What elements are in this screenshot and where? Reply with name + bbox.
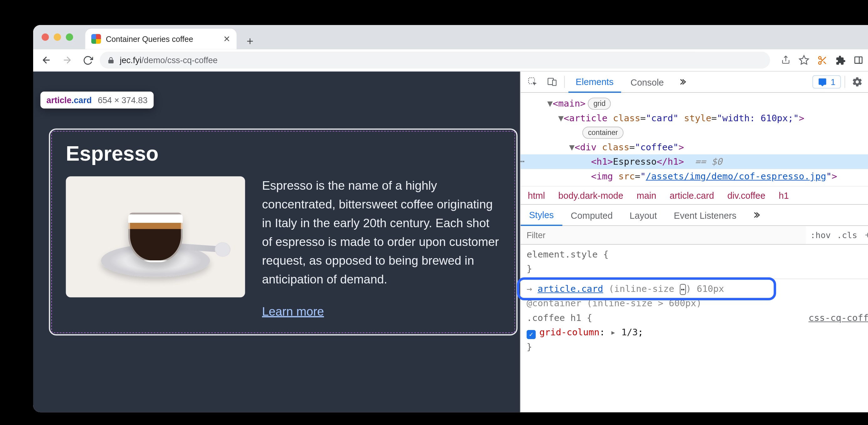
- crumb-body[interactable]: body.dark-mode: [558, 190, 623, 201]
- minimize-window-icon[interactable]: [54, 33, 61, 41]
- tab-strip: Container Queries coffee ✕ ＋: [33, 25, 868, 49]
- hov-toggle[interactable]: :hov: [810, 230, 831, 240]
- styles-filter-row: :hov .cls ＋: [521, 226, 868, 245]
- back-button[interactable]: [38, 52, 55, 68]
- svg-point-4: [818, 56, 821, 59]
- at-container-rule[interactable]: @container (inline-size > 600px): [527, 296, 868, 310]
- learn-more-link[interactable]: Learn more: [262, 305, 324, 319]
- dom-node-div[interactable]: ▼<div class="coffee">: [521, 140, 868, 154]
- rule-inline[interactable]: element.style {: [527, 247, 868, 262]
- resize-icon: ↔: [680, 284, 686, 295]
- inspector-tooltip: article.card 654 × 374.83: [40, 92, 154, 108]
- more-tabs-icon[interactable]: [674, 73, 690, 90]
- card-heading: Espresso: [66, 142, 501, 166]
- new-rule-icon[interactable]: ＋: [863, 230, 868, 241]
- tab-elements[interactable]: Elements: [568, 71, 621, 93]
- svg-line-7: [823, 61, 826, 64]
- share-icon[interactable]: [777, 52, 794, 68]
- dom-node-img[interactable]: <img src="/assets/img/demo/cof-espresso.…: [521, 169, 868, 184]
- page-viewport[interactable]: article.card 654 × 374.83 Espresso Espre…: [33, 71, 520, 412]
- rule-selector[interactable]: .coffee h1 {css-cq-coffee:45: [527, 310, 868, 325]
- close-tab-icon[interactable]: ✕: [223, 35, 230, 43]
- dom-node-article[interactable]: ▼<article class="card" style="width: 610…: [521, 111, 868, 125]
- svg-marker-3: [800, 56, 809, 64]
- card-description: Espresso is the name of a highly concent…: [262, 176, 501, 289]
- svg-line-8: [820, 59, 822, 60]
- inspect-element-icon[interactable]: [524, 73, 541, 90]
- crumb-main[interactable]: main: [637, 190, 656, 201]
- content-area: article.card 654 × 374.83 Espresso Espre…: [33, 71, 868, 412]
- reload-button[interactable]: [79, 52, 96, 68]
- dom-tree[interactable]: ▼<main>grid ▼<article class="card" style…: [521, 93, 868, 186]
- subtab-event-listeners[interactable]: Event Listeners: [665, 205, 745, 225]
- article-card: Espresso Espresso is the name of a highl…: [49, 128, 518, 335]
- subtab-styles[interactable]: Styles: [521, 204, 562, 226]
- rule-close: }＋: [527, 340, 868, 354]
- devtools-toolbar: Elements Console 1: [521, 71, 868, 93]
- checkbox-icon[interactable]: ✓: [527, 330, 536, 339]
- lock-icon: [107, 56, 115, 64]
- bookmark-star-icon[interactable]: [796, 52, 812, 68]
- styles-rules[interactable]: element.style { } → article.card (inline…: [521, 245, 868, 357]
- crumb-h1[interactable]: h1: [779, 190, 788, 201]
- device-mode-icon[interactable]: [544, 73, 560, 90]
- maximize-window-icon[interactable]: [66, 33, 73, 41]
- svg-rect-16: [553, 80, 556, 85]
- crumb-div[interactable]: div.coffee: [727, 190, 766, 201]
- styles-filter-input[interactable]: [521, 226, 805, 244]
- tab-console[interactable]: Console: [623, 71, 671, 92]
- subtab-computed[interactable]: Computed: [562, 205, 621, 225]
- window-controls[interactable]: [33, 33, 82, 41]
- crumb-article[interactable]: article.card: [670, 190, 714, 201]
- dom-node-main[interactable]: ▼<main>grid: [521, 97, 868, 111]
- coffee-image: [66, 176, 245, 297]
- svg-rect-9: [855, 57, 862, 63]
- url-host: jec.fyi/demo/css-cq-coffee: [120, 55, 218, 65]
- svg-point-5: [818, 61, 821, 64]
- gear-icon[interactable]: [848, 73, 866, 90]
- extensions-icon[interactable]: [832, 52, 848, 68]
- devtools-panel: Elements Console 1 ▼<main>grid: [520, 71, 868, 412]
- container-query-info[interactable]: → article.card (inline-size ↔) 610px: [527, 282, 868, 296]
- new-tab-button[interactable]: ＋: [241, 32, 258, 49]
- favicon-icon: [91, 34, 101, 44]
- crumb-html[interactable]: html: [528, 190, 545, 201]
- more-subtabs-icon[interactable]: [747, 206, 764, 223]
- rule-declaration[interactable]: ✓grid-column: ▸ 1/3;: [527, 325, 868, 340]
- cls-toggle[interactable]: .cls: [837, 230, 857, 240]
- close-window-icon[interactable]: [41, 33, 49, 41]
- tab-title: Container Queries coffee: [106, 34, 193, 43]
- scissors-icon[interactable]: [814, 52, 831, 68]
- dom-node-selected[interactable]: <h1>Espresso</h1> == $0: [521, 154, 868, 169]
- rule-inline-close: }: [527, 262, 868, 276]
- browser-toolbar: jec.fyi/demo/css-cq-coffee: [33, 49, 868, 71]
- subtab-layout[interactable]: Layout: [621, 205, 665, 225]
- browser-tab[interactable]: Container Queries coffee ✕: [85, 29, 237, 50]
- issues-badge[interactable]: 1: [813, 75, 841, 89]
- source-link[interactable]: css-cq-coffee:45: [809, 310, 868, 325]
- styles-subtabs: Styles Computed Layout Event Listeners: [521, 205, 868, 226]
- browser-window: Container Queries coffee ✕ ＋ jec.fyi/dem…: [33, 25, 868, 412]
- sidepanel-icon[interactable]: [850, 52, 867, 68]
- dom-badge-container[interactable]: container: [521, 125, 868, 140]
- address-bar[interactable]: jec.fyi/demo/css-cq-coffee: [100, 52, 770, 68]
- breadcrumb[interactable]: html body.dark-mode main article.card di…: [521, 186, 868, 205]
- forward-button[interactable]: [59, 52, 75, 68]
